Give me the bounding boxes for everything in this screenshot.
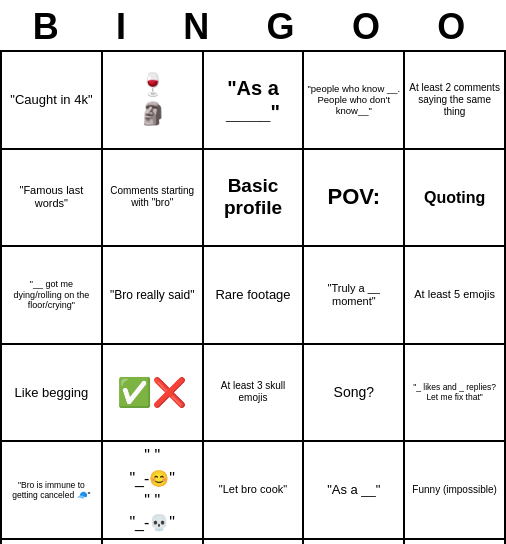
cell-0-0: "Caught in 4k"	[2, 52, 103, 150]
cell-0-1: 🍷🗿	[103, 52, 204, 150]
cell-1-4: "__ got me dying/rolling on the floor/cr…	[2, 247, 103, 345]
cell-1-5: "Bro really said"	[103, 247, 204, 345]
cell-4-4: Something personal	[304, 540, 405, 544]
cell-0-3: "people who know __. People who don't kn…	[304, 52, 405, 150]
cell-3-5: "As a __"	[304, 442, 405, 540]
bingo-grid: "Caught in 4k" 🍷🗿 "As a____" "people who…	[0, 50, 506, 544]
cell-2-5: At least 3 skull emojis	[204, 345, 305, 443]
cell-2-0: Rare footage	[204, 247, 305, 345]
cell-0-5: "Famous last words"	[2, 150, 103, 248]
title-b: B	[33, 6, 67, 48]
title-n: N	[183, 6, 217, 48]
cell-4-1: "__type"	[2, 540, 103, 544]
cell-4-5: "Before GTA6 comment"	[405, 540, 506, 544]
cell-3-3: " ""_-😊"" ""_-💀"	[103, 442, 204, 540]
cell-0-4: At least 2 comments saying the same thin…	[405, 52, 506, 150]
cell-1-3: Quoting	[405, 150, 506, 248]
cell-4-0: Funny (impossible)	[405, 442, 506, 540]
title-row: B I N G O O	[0, 0, 506, 50]
cell-4-3: Edit:	[204, 540, 305, 544]
title-o2: O	[437, 6, 473, 48]
cell-2-4: ✅❌	[103, 345, 204, 443]
cell-1-2: POV:	[304, 150, 405, 248]
cell-3-2: "Bro is immune to getting canceled 🧢"	[2, 442, 103, 540]
cell-4-2: "We __ with this one🫵"	[103, 540, 204, 544]
cell-3-4: "Let bro cook"	[204, 442, 305, 540]
cell-3-1: "_ likes and _ replies? Let me fix that"	[405, 345, 506, 443]
cell-3-0: Song?	[304, 345, 405, 443]
title-o1: O	[352, 6, 388, 48]
cell-2-1: "Truly a __ moment"	[304, 247, 405, 345]
cell-0-2: "As a____"	[204, 52, 305, 150]
title-i: I	[116, 6, 134, 48]
cell-2-2: At least 5 emojis	[405, 247, 506, 345]
cell-2-3: Like begging	[2, 345, 103, 443]
title-g: G	[267, 6, 303, 48]
cell-1-0: Comments starting with "bro"	[103, 150, 204, 248]
cell-1-1: Basic profile	[204, 150, 305, 248]
